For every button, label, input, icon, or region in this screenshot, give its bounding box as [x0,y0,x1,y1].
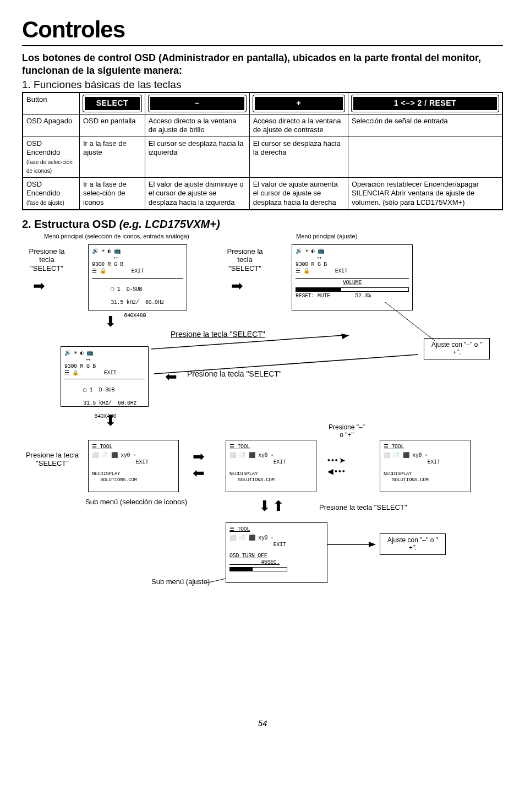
dots-arrow-right-icon [327,455,347,465]
connector-line [327,539,377,550]
tool-icons: ⬜ 📄 ⬛ xyθ ▫ EXIT [229,453,313,466]
page-title: Controles [22,17,503,43]
arrow-down-icon [105,412,117,429]
panel-line: ▢ 1 D-SUB [83,387,114,393]
svg-marker-5 [369,542,376,547]
panel-line: RESET: MUTE 52.3% [296,293,409,299]
panel-line: 640X480 [124,313,146,319]
main-menu-panel-right: 🔊 ☀ ◐ 📺 ⟷ 9300 R G B ☰ 🔒 EXIT VOLUME RES… [292,244,413,310]
adjust-hint-box: Ajuste con "–" o " +". [424,338,490,359]
reset-button[interactable]: 1 <–> 2 / RESET [352,95,499,112]
adjust-hint-box: Ajuste con "–" o " +". [380,533,446,555]
arrow-down-icon [259,498,271,515]
th-reset: 1 <–> 2 / RESET [348,92,502,114]
tool-icons: ⬜ 📄 ⬛ xyθ ▫ EXIT [229,535,324,548]
cell: OSD Encendido(fase de selec-ción de icon… [23,137,80,178]
cell: El cursor se desplaza hacia la izquierda [145,137,249,178]
arrow-left-icon [193,465,205,482]
caption-left: Menú principal (selección de iconos, ent… [44,233,189,239]
panel-line: 31.5 kHz/ 60.0Hz [83,400,136,406]
panel-line: ▢ 1 D-SUB [111,286,142,292]
press-select-label: Presione la tecla "SELECT" [319,503,407,512]
panel-line: VOLUME [296,280,409,286]
arrow-down-icon [105,313,117,330]
tool-footer: NECDISPLAY SOLUTIONS.COM [229,471,313,483]
cell: Acceso directo a la ventana de ajuste de… [249,114,348,137]
tool-title: ☰ TOOL [229,526,324,533]
main-menu-panel-left: 🔊 ☀ ◐ 📺 ⟷ 9300 R G B ☰ 🔒 EXIT ▢ 1 D-SUB … [88,244,187,310]
page-subtitle: Los botones de control OSD (Administrado… [22,52,503,77]
connector-line [206,577,228,586]
volume-bar [296,287,409,292]
title-rule [22,45,503,46]
tool-panel-2: ☰ TOOL ⬜ 📄 ⬛ xyθ ▫ EXIT NECDISPLAY SOLUT… [226,440,316,492]
press-select-label: Presione la tecla "SELECT" [22,247,72,273]
press-pm-label: Presione "–" o "+" [327,423,366,439]
tool-icons: ⬜ 📄 ⬛ xyθ ▫ EXIT [384,453,467,466]
svg-line-3 [154,355,418,374]
th-minus: – [145,92,249,114]
cell [348,137,502,178]
cell: Acceso directo a la ventana de ajuste de… [145,114,249,137]
table-row: OSD Encendido(fase de selec-ción de icon… [23,137,502,178]
tool-title: ☰ TOOL [229,444,313,450]
panel-icons: 🔊 ☀ ◐ 📺 ⟷ 9300 R G B ☰ 🔒 EXIT [92,248,183,275]
caption-right: Menú principal (ajuste) [296,233,357,239]
dots-arrow-left-icon [327,466,346,476]
cell: El cursor se desplaza hacia la derecha [249,137,348,178]
tool-footer: NECDISPLAY SOLUTIONS.COM [92,471,175,483]
section2-title: 2. Estructura OSD (e.g. LCD175VXM+) [22,218,220,230]
section2: 2. Estructura OSD (e.g. LCD175VXM+) Menú… [22,218,503,241]
press-select-label: Presione la tecla "SELECT" [22,451,83,468]
table-row: OSD Encendido(fase de ajuste) Ir a la fa… [23,178,502,210]
th-select: SELECT [80,92,145,114]
middle-panel: 🔊 ☀ ◐ 📺 ⟷ 9300 R G B ☰ 🔒 EXIT ▢ 1 D-SUB … [61,346,149,407]
tool-adjust-panel: ☰ TOOL ⬜ 📄 ⬛ xyθ ▫ EXIT OSD TURN OFF 45S… [226,522,327,583]
arrow-up-icon [272,498,285,515]
sub-adj-label: Sub menú (ajuste) [151,577,210,586]
connector-line [154,355,424,377]
th-button: Button [23,92,80,114]
tool-panel-1: ☰ TOOL ⬜ 📄 ⬛ xyθ ▫ EXIT NECDISPLAY SOLUT… [88,440,179,492]
cell: El valor de ajuste disminuye o el cursor… [145,178,249,210]
tool-panel-3: ☰ TOOL ⬜ 📄 ⬛ xyθ ▫ EXIT NECDISPLAY SOLUT… [380,440,471,492]
tool-title: ☰ TOOL [92,444,175,450]
panel-icons: 🔊 ☀ ◐ 📺 ⟷ 9300 R G B ☰ 🔒 EXIT [64,350,145,377]
panel-icons: 🔊 ☀ ◐ 📺 ⟷ 9300 R G B ☰ 🔒 EXIT [296,248,409,275]
tool-icons: ⬜ 📄 ⬛ xyθ ▫ EXIT [92,453,175,466]
minus-button[interactable]: – [149,95,246,112]
arrow-right-icon [33,277,45,295]
press-select-label: Presione la tecla "SELECT" [220,247,270,273]
cell: OSD Apagado [23,114,80,137]
cell: OSD en pantalla [80,114,145,137]
page-number: 54 [22,718,503,728]
svg-line-6 [206,579,226,583]
svg-line-1 [151,335,344,349]
cell: OSD Encendido(fase de ajuste) [23,178,80,210]
osd-functions-table: Button SELECT – + 1 <–> 2 / RESET OSD Ap… [22,92,503,210]
osd-turn-bar [229,567,287,571]
svg-marker-2 [341,334,349,339]
cell: El valor de ajuste aumenta el cursor de … [249,178,348,210]
select-button[interactable]: SELECT [83,95,141,112]
step1-heading: 1. Funciones básicas de las teclas [22,79,503,91]
svg-line-0 [385,302,435,341]
tool-title: ☰ TOOL [384,444,467,450]
tool-footer: NECDISPLAY SOLUTIONS.COM [384,471,467,483]
cell: Ir a la fase de ajuste [80,137,145,178]
th-plus: + [249,92,348,114]
cell: Selección de señal de entrada [348,114,502,137]
plus-button[interactable]: + [253,95,344,112]
arrow-right-icon [193,448,205,465]
osd-turn-line: OSD TURN OFF 45SEC. [229,553,324,566]
arrow-right-icon [231,277,243,295]
cell: Operación restablecer Encender/apagar SI… [348,178,502,210]
table-row: OSD Apagado OSD en pantalla Acceso direc… [23,114,502,137]
connector-line [151,335,382,352]
cell: Ir a la fase de selec-ción de iconos [80,178,145,210]
panel-line: 31.5 kHz/ 60.0Hz [111,299,164,306]
sub-sel-label: Sub menú (selección de iconos) [85,498,195,506]
osd-structure-diagram: Presione la tecla "SELECT" 🔊 ☀ ◐ 📺 ⟷ 930… [22,242,503,715]
